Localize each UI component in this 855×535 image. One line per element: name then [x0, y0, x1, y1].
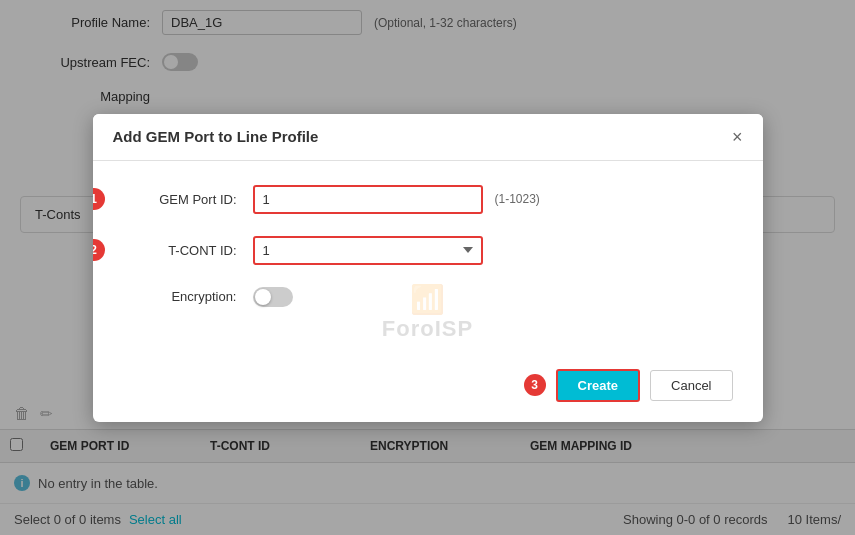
encryption-toggle[interactable]: [253, 287, 293, 307]
t-cont-id-row: 2 T-CONT ID: 1 2 3: [123, 236, 733, 265]
step-2-badge: 2: [93, 239, 105, 261]
step-1-badge: 1: [93, 188, 105, 210]
gem-port-id-label: GEM Port ID:: [123, 192, 253, 207]
t-cont-id-label: T-CONT ID:: [123, 243, 253, 258]
modal-title: Add GEM Port to Line Profile: [113, 128, 319, 145]
t-cont-id-select[interactable]: 1 2 3: [253, 236, 483, 265]
modal-dialog: Add GEM Port to Line Profile × 1 GEM Por…: [93, 114, 763, 422]
gem-port-id-row: 1 GEM Port ID: (1-1023): [123, 185, 733, 214]
cancel-button[interactable]: Cancel: [650, 370, 732, 401]
encryption-row: Encryption:: [123, 287, 733, 307]
create-button[interactable]: Create: [556, 369, 640, 402]
modal-footer: 3 Create Cancel: [93, 359, 763, 422]
modal-body: 1 GEM Port ID: (1-1023) 2 T-CONT ID: 1 2…: [93, 161, 763, 359]
modal-close-button[interactable]: ×: [732, 128, 743, 146]
modal-header: Add GEM Port to Line Profile ×: [93, 114, 763, 161]
gem-port-id-hint: (1-1023): [495, 192, 540, 206]
step-3-badge: 3: [524, 374, 546, 396]
modal-backdrop: Add GEM Port to Line Profile × 1 GEM Por…: [0, 0, 855, 535]
encryption-label: Encryption:: [123, 289, 253, 304]
gem-port-id-input[interactable]: [253, 185, 483, 214]
